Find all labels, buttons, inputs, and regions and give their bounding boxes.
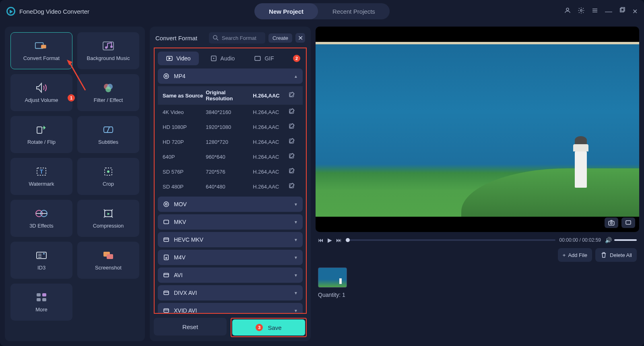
svg-rect-15 <box>37 127 42 133</box>
annotation-badge-2: 2 <box>293 55 300 62</box>
svg-rect-63 <box>164 309 169 313</box>
tab-new-project[interactable]: New Project <box>254 3 318 19</box>
delete-all-button[interactable]: Delete All <box>595 248 637 262</box>
format-head-avi[interactable]: AVI▼ <box>158 267 303 283</box>
sidebar-item-subtitles[interactable]: Subtitles <box>77 116 139 153</box>
sidebar-item-compression[interactable]: Compression <box>77 200 139 237</box>
camera-icon <box>608 219 615 226</box>
edit-icon[interactable] <box>288 91 298 100</box>
video-preview[interactable] <box>316 27 639 232</box>
sidebar-item-convert-format[interactable]: Convert Format <box>10 32 72 69</box>
svg-rect-28 <box>107 254 113 259</box>
cell-name: Same as Source <box>163 93 206 99</box>
tab-recent-projects[interactable]: Recent Projects <box>318 3 390 19</box>
3d-icon <box>35 208 48 219</box>
snapshot-button[interactable] <box>605 218 618 228</box>
format-tab-audio[interactable]: Audio <box>202 52 243 65</box>
sidebar-item-3d-effects[interactable]: 3D Effects <box>10 200 72 237</box>
sidebar-item-more[interactable]: More <box>10 284 72 321</box>
format-head-mov[interactable]: MOV▼ <box>158 197 303 212</box>
maximize-icon[interactable] <box>619 7 626 16</box>
sidebar-item-background-music[interactable]: Background Music <box>77 32 139 69</box>
prev-button[interactable]: ⏮ <box>318 237 324 243</box>
delete-all-label: Delete All <box>610 252 632 258</box>
table-row[interactable]: SD 480P640*480H.264,AAC <box>158 179 303 194</box>
sidebar-item-rotate-flip[interactable]: Rotate / Flip <box>10 116 72 153</box>
format-tab-gif[interactable]: GIF <box>246 52 282 65</box>
table-row[interactable]: HD 1080P1920*1080H.264,AAC <box>158 120 303 135</box>
format-icon <box>163 218 170 226</box>
format-head-mp4[interactable]: MP4 ▲ <box>158 68 303 84</box>
progress-bar[interactable] <box>346 239 555 241</box>
svg-rect-61 <box>164 291 169 295</box>
search-input[interactable]: Search Format <box>209 32 265 44</box>
tile-label: Background Music <box>87 55 130 61</box>
table-row[interactable]: HD 720P1280*720H.264,AAC <box>158 135 303 149</box>
tile-label: Screenshot <box>95 265 122 271</box>
svg-rect-31 <box>37 298 41 301</box>
sidebar-item-screenshot[interactable]: Screenshot <box>77 242 139 279</box>
svg-rect-69 <box>626 221 631 224</box>
tile-label: Subtitles <box>98 139 118 145</box>
format-panel: Convert Format Search Format Create ✕ Vi… <box>150 27 311 341</box>
svg-rect-5 <box>620 8 624 12</box>
sidebar-item-adjust-volume[interactable]: Adjust Volume 1 <box>10 74 72 111</box>
tile-label: Convert Format <box>23 55 60 61</box>
add-file-button[interactable]: + Add File <box>558 248 592 262</box>
sidebar-item-id3[interactable]: ID3 <box>10 242 72 279</box>
format-head-mkv[interactable]: MKV▼ <box>158 214 303 230</box>
play-button[interactable]: ▶ <box>328 237 332 243</box>
volume-slider[interactable] <box>614 239 637 241</box>
player-controls: ⏮ ▶ ⏭ 00:00:00 / 00:02:59 🔊 <box>316 235 639 245</box>
edit-icon[interactable] <box>288 153 298 161</box>
edit-icon[interactable] <box>288 138 298 146</box>
edit-icon[interactable] <box>288 123 298 131</box>
format-tab-video[interactable]: Video <box>158 52 199 65</box>
format-head-m4v[interactable]: M4V▼ <box>158 250 303 265</box>
svg-point-14 <box>105 87 111 92</box>
edit-icon[interactable] <box>288 108 298 116</box>
app-logo-icon <box>6 7 15 16</box>
gif-icon <box>254 55 261 62</box>
volume-icon <box>35 83 48 93</box>
sidebar-item-filter-effect[interactable]: Filter / Effect <box>77 74 139 111</box>
format-list[interactable]: MP4 ▲ Same as Source Original Resolution… <box>155 68 306 313</box>
create-button[interactable]: Create <box>268 33 292 43</box>
format-icon <box>163 201 170 208</box>
file-thumbnail[interactable] <box>318 267 347 288</box>
format-icon <box>163 236 170 243</box>
annotation-badge-3: 3 <box>256 324 263 331</box>
svg-point-43 <box>164 74 169 79</box>
settings-icon[interactable] <box>578 7 585 16</box>
edit-icon[interactable] <box>288 168 298 176</box>
time-display: 00:00:00 / 00:02:59 <box>559 237 601 243</box>
close-panel-button[interactable]: ✕ <box>295 33 305 43</box>
table-row[interactable]: Same as Source Original Resolution H.264… <box>158 86 303 105</box>
table-row[interactable]: 640P960*640H.264,AAC <box>158 149 303 164</box>
format-head-xvid-avi[interactable]: XVID AVI▼ <box>158 303 303 313</box>
close-icon[interactable]: ✕ <box>632 8 638 15</box>
fullscreen-button[interactable] <box>621 218 635 228</box>
volume-icon[interactable]: 🔊 <box>605 237 612 243</box>
screenshot-icon <box>101 250 115 261</box>
sidebar: Convert Format Background Music Adjust V… <box>5 27 145 341</box>
convert-format-icon <box>35 41 48 51</box>
reset-button[interactable]: Reset <box>154 318 227 336</box>
edit-icon[interactable] <box>288 182 298 191</box>
minimize-icon[interactable]: — <box>605 7 612 16</box>
save-button[interactable]: 3 Save <box>232 319 305 336</box>
menu-icon[interactable] <box>591 7 599 16</box>
svg-rect-8 <box>41 45 46 48</box>
more-icon <box>35 292 48 302</box>
next-button[interactable]: ⏭ <box>336 237 342 243</box>
sidebar-item-watermark[interactable]: T Watermark <box>10 158 72 195</box>
app-title: FoneDog Video Converter <box>19 8 89 15</box>
window-controls: — ✕ <box>564 7 638 16</box>
format-head-hevc-mkv[interactable]: HEVC MKV▼ <box>158 232 303 247</box>
format-head-divx-avi[interactable]: DIVX AVI▼ <box>158 285 303 300</box>
sidebar-item-crop[interactable]: Crop <box>77 158 139 195</box>
table-row[interactable]: 4K Video3840*2160H.264,AAC <box>158 105 303 120</box>
account-icon[interactable] <box>564 7 571 16</box>
table-row[interactable]: SD 576P720*576H.264,AAC <box>158 164 303 179</box>
fullscreen-icon <box>625 219 632 226</box>
